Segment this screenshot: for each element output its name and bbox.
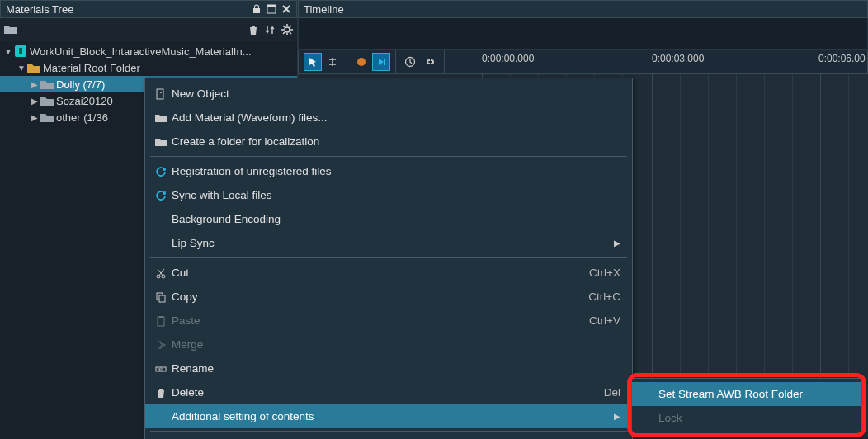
materials-tree-toolbar — [0, 18, 297, 41]
ruler-mark: 0:00:00.000 — [482, 53, 534, 64]
context-menu-label: Merge — [170, 338, 620, 351]
svg-text:ab: ab — [158, 366, 163, 371]
expand-icon[interactable]: ▶ — [30, 97, 40, 106]
pointer-tool-icon[interactable] — [304, 53, 322, 71]
context-submenu-item: Lock — [632, 406, 861, 430]
submenu-arrow-icon: ▶ — [609, 238, 620, 248]
tree-label: other (1/36 — [54, 111, 108, 124]
lock-icon[interactable] — [252, 4, 262, 14]
expand-icon[interactable]: ▶ — [30, 113, 40, 122]
close-icon[interactable] — [281, 4, 291, 14]
context-menu-shortcut: Del — [587, 386, 620, 399]
svg-rect-14 — [159, 316, 163, 318]
context-menu-item[interactable]: DeleteDel — [145, 380, 632, 404]
context-menu-shortcut: Ctrl+C — [572, 290, 620, 303]
materials-tree-titlebar: Materials Tree — [0, 0, 297, 18]
context-menu-label: Copy — [170, 290, 572, 303]
context-menu-item[interactable]: Background Encoding — [145, 207, 632, 231]
expand-icon[interactable]: ▼ — [17, 64, 26, 73]
timeline-titlebar: Timeline — [298, 0, 868, 18]
context-menu-label: Rename — [170, 362, 620, 375]
sort-icon[interactable] — [264, 24, 276, 35]
record-icon[interactable] — [352, 53, 370, 71]
timeline-title: Timeline — [304, 3, 344, 16]
svg-rect-1 — [267, 5, 276, 7]
tree-label: WorkUnit_Block_IntaractiveMusic_Material… — [28, 45, 252, 58]
context-submenu[interactable]: Set Stream AWB Root FolderLock — [631, 378, 862, 434]
context-menu-item[interactable]: abRename — [145, 356, 632, 380]
svg-rect-13 — [158, 317, 164, 326]
context-menu-item[interactable]: Lip Sync▶ — [145, 231, 632, 255]
folder-filter-icon[interactable] — [3, 23, 18, 37]
context-menu-item[interactable]: Add Material (Waveform) files... — [145, 106, 632, 130]
trash-icon — [152, 387, 170, 399]
context-menu[interactable]: New ObjectAdd Material (Waveform) files.… — [144, 78, 633, 439]
cut-icon — [152, 267, 170, 279]
svg-rect-12 — [159, 295, 165, 302]
context-menu-separator — [150, 257, 627, 258]
context-menu-item[interactable]: Create a folder for localization — [145, 130, 632, 153]
folder-icon — [152, 137, 170, 147]
context-menu-separator — [150, 156, 627, 157]
expand-icon[interactable]: ▶ — [30, 80, 40, 89]
folder-icon — [26, 63, 41, 73]
timeline-header-blank — [298, 18, 868, 50]
ruler-mark: 0:00:06.00 — [818, 53, 866, 64]
copy-icon — [152, 291, 170, 303]
context-menu-label: Background Encoding — [170, 213, 620, 225]
context-menu-item[interactable]: CutCtrl+X — [145, 261, 632, 285]
merge-icon — [152, 339, 170, 351]
context-menu-label: Lip Sync — [170, 237, 609, 249]
svg-rect-4 — [19, 48, 22, 54]
svg-point-2 — [285, 27, 290, 32]
folder-icon — [40, 112, 54, 122]
svg-rect-6 — [384, 59, 385, 65]
link-icon[interactable] — [421, 53, 439, 71]
step-icon[interactable] — [372, 53, 390, 71]
context-menu-label: Additional setting of contents — [170, 410, 609, 422]
rename-icon: ab — [152, 363, 170, 375]
gear-icon[interactable] — [281, 23, 294, 36]
svg-point-5 — [357, 58, 366, 66]
doc-plus-icon — [152, 88, 170, 100]
context-menu-label: Create a folder for localization — [170, 135, 620, 148]
materials-tree-title: Materials Tree — [6, 3, 73, 16]
context-submenu-label: Lock — [657, 412, 850, 424]
submenu-arrow-icon: ▶ — [609, 412, 620, 421]
expand-icon[interactable]: ▼ — [3, 47, 13, 56]
folder-icon — [152, 113, 170, 123]
context-menu-label: Registration of unregistered files — [170, 165, 620, 177]
context-menu-item[interactable]: Registration of unregistered files — [145, 159, 632, 183]
context-menu-shortcut: Ctrl+V — [573, 314, 620, 327]
context-menu-item: PasteCtrl+V — [145, 309, 632, 333]
timeline-ruler[interactable]: 0:00:00.000 0:00:03.000 0:00:06.00 — [472, 50, 867, 73]
paste-icon — [152, 315, 170, 327]
context-menu-item[interactable]: Sync with Local files — [145, 183, 632, 207]
trash-icon[interactable] — [248, 24, 259, 35]
context-menu-label: Paste — [170, 314, 573, 327]
tree-root-folder[interactable]: ▼ Material Root Folder — [0, 59, 297, 76]
tree-workunit[interactable]: ▼ WorkUnit_Block_IntaractiveMusic_Materi… — [0, 43, 297, 59]
context-menu-label: Sync with Local files — [170, 189, 620, 201]
window-icon[interactable] — [267, 4, 276, 14]
tree-label: Sozai20120 — [54, 95, 113, 107]
clock-icon[interactable] — [401, 53, 419, 71]
split-tool-icon[interactable] — [323, 53, 342, 71]
context-menu-label: Delete — [170, 386, 587, 399]
context-menu-item[interactable]: CopyCtrl+C — [145, 285, 632, 309]
context-menu-item[interactable]: Import/Export▶ — [145, 434, 632, 439]
sync-icon — [152, 190, 170, 201]
context-menu-separator — [150, 431, 627, 432]
sync-icon — [152, 166, 170, 177]
folder-icon — [40, 79, 54, 89]
context-menu-label: Add Material (Waveform) files... — [170, 111, 620, 124]
folder-icon — [40, 96, 54, 106]
context-menu-label: Cut — [170, 267, 573, 279]
context-menu-shortcut: Ctrl+X — [573, 267, 620, 279]
context-menu-item[interactable]: New Object — [145, 82, 632, 106]
tree-label: Dolly (7/7) — [54, 78, 105, 91]
context-submenu-label: Set Stream AWB Root Folder — [657, 388, 850, 400]
context-menu-item[interactable]: Additional setting of contents▶ — [145, 404, 632, 428]
context-submenu-item[interactable]: Set Stream AWB Root Folder — [632, 382, 861, 406]
svg-rect-8 — [157, 89, 163, 99]
